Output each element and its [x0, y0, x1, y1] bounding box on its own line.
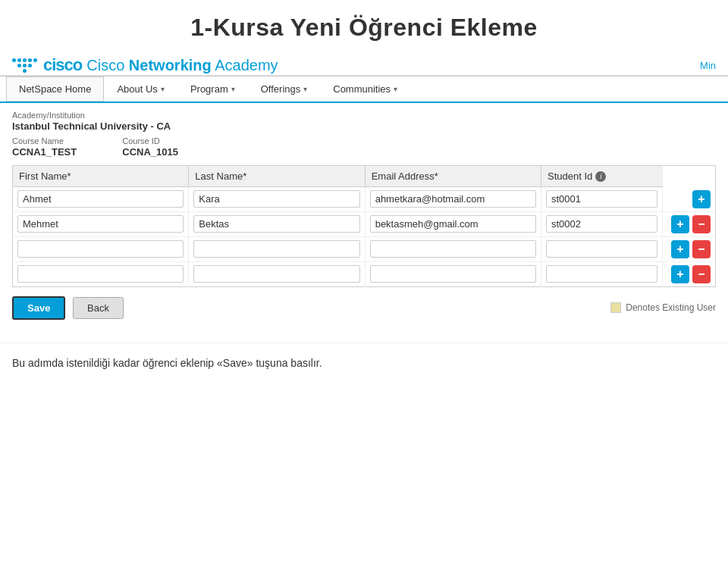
- input-student_id-row1[interactable]: [546, 215, 657, 233]
- action-buttons: Save Back: [12, 296, 124, 320]
- col-header-last-name: Last Name*: [189, 166, 365, 187]
- table-row: +: [13, 187, 716, 212]
- remove-row-button[interactable]: −: [692, 240, 711, 258]
- cell-student_id-3: [541, 261, 663, 286]
- input-email-row1[interactable]: [370, 215, 536, 233]
- input-first_name-row1[interactable]: [17, 215, 184, 233]
- nav-item-offerings[interactable]: Offerings ▾: [248, 77, 321, 102]
- institution-block: Academy/Institution Istanbul Technical U…: [12, 111, 716, 132]
- save-button[interactable]: Save: [12, 296, 65, 320]
- cell-first_name-3: [13, 261, 189, 286]
- academy-text: Cisco Networking Academy: [86, 57, 278, 74]
- input-last_name-row3[interactable]: [193, 265, 359, 283]
- cell-last_name-2: [189, 236, 365, 261]
- cell-actions-0: +: [663, 187, 716, 212]
- course-name-value: CCNA1_TEST: [12, 146, 77, 158]
- page-title: 1-Kursa Yeni Öğrenci Ekleme: [0, 14, 728, 42]
- remove-row-button[interactable]: −: [692, 265, 711, 283]
- header-user: Min: [700, 60, 716, 71]
- cell-email-2: [365, 236, 541, 261]
- cell-email-1: [365, 211, 541, 236]
- logo-area: cisco Cisco Networking Academy: [12, 55, 278, 75]
- actions-cell: +: [667, 190, 711, 208]
- input-student_id-row0[interactable]: [546, 190, 657, 208]
- nav-bar: NetSpace Home About Us ▾ Program ▾ Offer…: [0, 76, 728, 103]
- institution-value: Istanbul Technical University - CA: [12, 120, 716, 132]
- chevron-down-icon: ▾: [303, 85, 307, 93]
- course-id-value: CCNA_1015: [122, 146, 178, 158]
- actions-cell: +−: [667, 265, 711, 283]
- add-row-button[interactable]: +: [692, 190, 711, 208]
- cisco-logo: cisco: [12, 55, 82, 75]
- cell-email-0: [365, 187, 541, 212]
- table-row: +−: [13, 261, 716, 286]
- cell-first_name-2: [13, 236, 189, 261]
- cell-last_name-0: [189, 187, 365, 212]
- input-first_name-row3[interactable]: [17, 265, 184, 283]
- cisco-text: cisco: [43, 55, 82, 75]
- input-last_name-row0[interactable]: [193, 190, 359, 208]
- cell-last_name-1: [189, 211, 365, 236]
- cisco-bars-icon: [12, 58, 37, 73]
- course-name-label: Course Name: [12, 136, 77, 145]
- content: Academy/Institution Istanbul Technical U…: [0, 103, 728, 342]
- student-table: First Name* Last Name* Email Address* St…: [12, 165, 716, 287]
- course-id-block: Course ID CCNA_1015: [122, 136, 178, 158]
- student-id-info-icon[interactable]: i: [595, 171, 606, 182]
- cell-actions-3: +−: [663, 261, 716, 286]
- input-first_name-row0[interactable]: [17, 190, 184, 208]
- cell-first_name-0: [13, 187, 189, 212]
- cell-student_id-0: [541, 187, 663, 212]
- cell-last_name-3: [189, 261, 365, 286]
- page-title-section: 1-Kursa Yeni Öğrenci Ekleme: [0, 0, 728, 51]
- nav-item-about-us[interactable]: About Us ▾: [104, 77, 177, 102]
- back-button[interactable]: Back: [73, 297, 124, 319]
- actions-cell: +−: [667, 240, 711, 258]
- chevron-down-icon: ▾: [231, 85, 235, 93]
- add-row-button[interactable]: +: [671, 265, 689, 283]
- input-last_name-row2[interactable]: [193, 240, 359, 258]
- input-email-row2[interactable]: [370, 240, 536, 258]
- remove-row-button[interactable]: −: [692, 215, 711, 233]
- cell-actions-1: +−: [663, 211, 716, 236]
- legend-color-box: [610, 302, 621, 313]
- input-last_name-row1[interactable]: [193, 215, 359, 233]
- course-info-row: Course Name CCNA1_TEST Course ID CCNA_10…: [12, 136, 716, 158]
- add-row-button[interactable]: +: [671, 240, 689, 258]
- cell-actions-2: +−: [663, 236, 716, 261]
- table-row: +−: [13, 211, 716, 236]
- nav-item-netspace-home[interactable]: NetSpace Home: [6, 77, 104, 102]
- footer-text: Bu adımda istenildiği kadar öğrenci ekle…: [0, 342, 728, 383]
- col-header-first-name: First Name*: [13, 166, 189, 187]
- input-student_id-row3[interactable]: [546, 265, 657, 283]
- info-section: Academy/Institution Istanbul Technical U…: [12, 111, 716, 158]
- input-email-row0[interactable]: [370, 190, 536, 208]
- actions-cell: +−: [667, 215, 711, 233]
- institution-label: Academy/Institution: [12, 111, 716, 120]
- cell-first_name-1: [13, 211, 189, 236]
- add-row-button[interactable]: +: [671, 215, 689, 233]
- col-header-email: Email Address*: [365, 166, 541, 187]
- input-first_name-row2[interactable]: [17, 240, 184, 258]
- chevron-down-icon: ▾: [161, 85, 165, 93]
- cell-email-3: [365, 261, 541, 286]
- table-row: +−: [13, 236, 716, 261]
- input-student_id-row2[interactable]: [546, 240, 657, 258]
- course-name-block: Course Name CCNA1_TEST: [12, 136, 77, 158]
- cell-student_id-1: [541, 211, 663, 236]
- bottom-row: Save Back Denotes Existing User: [12, 296, 716, 320]
- col-header-student-id: Student Id i: [541, 166, 663, 187]
- cell-student_id-2: [541, 236, 663, 261]
- chevron-down-icon: ▾: [394, 85, 397, 93]
- input-email-row3[interactable]: [370, 265, 536, 283]
- nav-item-communities[interactable]: Communities ▾: [320, 77, 410, 102]
- course-id-label: Course ID: [122, 136, 178, 145]
- legend-text: Denotes Existing User: [626, 302, 716, 313]
- header: cisco Cisco Networking Academy Min: [0, 51, 728, 76]
- existing-user-legend: Denotes Existing User: [610, 302, 716, 313]
- nav-item-program[interactable]: Program ▾: [177, 77, 248, 102]
